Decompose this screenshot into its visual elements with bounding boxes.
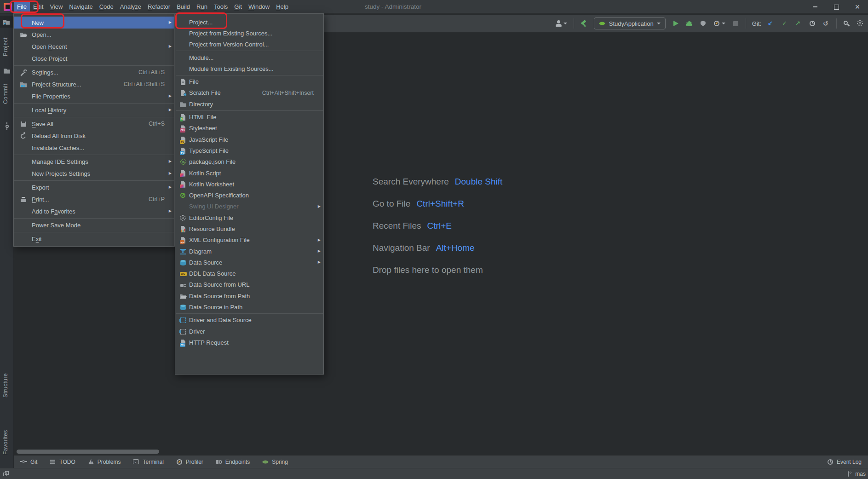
minimize-button[interactable] (805, 0, 826, 14)
settings-button[interactable] (857, 20, 864, 27)
menu-item-driver-and-data-source[interactable]: Driver and Data Source (175, 315, 323, 326)
statusbar-item-todo[interactable]: TODO (49, 458, 75, 466)
menu-item-javascript-file[interactable]: JavaScript File (175, 134, 323, 145)
submenu-arrow-icon: ▶ (166, 104, 172, 115)
debug-button[interactable] (685, 20, 693, 27)
statusbar-item-git[interactable]: Git (20, 458, 37, 466)
menu-item-local-history[interactable]: Local History▶ (14, 104, 174, 116)
menu-view[interactable]: View (46, 1, 66, 12)
menu-item-power-save-mode[interactable]: Power Save Mode (14, 219, 174, 231)
statusbar-item-endpoints[interactable]: Endpoints (215, 458, 250, 466)
menu-item-open[interactable]: Open... (14, 29, 174, 40)
close-button[interactable] (847, 0, 868, 14)
menu-file[interactable]: File (14, 1, 30, 12)
maximize-button[interactable] (826, 0, 847, 14)
menu-item-resource-bundle[interactable]: Resource Bundle (175, 223, 323, 234)
menu-item-scratch-file[interactable]: Scratch FileCtrl+Alt+Shift+Insert (175, 87, 323, 98)
menu-item-open-recent[interactable]: Open Recent▶ (14, 40, 174, 52)
build-button[interactable] (580, 20, 588, 27)
menu-item-settings[interactable]: Settings...Ctrl+Alt+S (14, 66, 174, 78)
shortcut-label: Ctrl+Alt+S (130, 69, 165, 75)
menu-item-xml-configuration-file[interactable]: XML Configuration File▶ (175, 235, 323, 246)
sb-eventlog-icon (827, 458, 834, 466)
menu-item-editorconfig-file[interactable]: EditorConfig File (175, 212, 323, 223)
commit-changes-button[interactable] (781, 20, 789, 27)
menu-refactor[interactable]: Refactor (144, 1, 173, 12)
horizontal-scrollbar-thumb[interactable] (17, 450, 159, 454)
folder-icon[interactable] (3, 67, 11, 75)
menu-item-driver[interactable]: Driver (175, 326, 323, 337)
menu-run[interactable]: Run (193, 1, 211, 12)
commit-tool-icon[interactable] (3, 122, 11, 130)
menu-item-invalidate-caches[interactable]: Invalidate Caches... (14, 142, 174, 154)
menu-item-save-all[interactable]: Save AllCtrl+S (14, 118, 174, 130)
restore-tool-windows-icon[interactable] (2, 470, 10, 478)
menu-item-package-json-file[interactable]: package.json File (175, 156, 323, 167)
statusbar-item-profiler[interactable]: Profiler (176, 458, 203, 466)
menu-edit[interactable]: Edit (30, 1, 46, 12)
menu-item-data-source-from-url[interactable]: Data Source from URL (175, 279, 323, 290)
sidebar-item-structure[interactable]: Structure (2, 357, 9, 398)
statusbar-item-problems[interactable]: Problems (87, 458, 121, 466)
menu-item-kotlin-worksheet[interactable]: Kotlin Worksheet (175, 179, 323, 190)
menu-item-new-projects-settings[interactable]: New Projects Settings▶ (14, 167, 174, 179)
hint-label: Recent Files (373, 221, 421, 231)
menu-item-ddl-data-source[interactable]: DDL Data Source (175, 268, 323, 279)
sidebar-item-favorites[interactable]: Favorites (2, 415, 9, 455)
menu-item-module-from-existing-sources[interactable]: Module from Existing Sources... (175, 63, 323, 74)
statusbar-item-spring[interactable]: Spring (262, 458, 288, 466)
menu-item-openapi-specification[interactable]: OpenAPI Specification (175, 190, 323, 201)
menu-item-manage-ide-settings[interactable]: Manage IDE Settings▶ (14, 156, 174, 167)
menu-item-data-source[interactable]: Data Source▶ (175, 257, 323, 268)
run-with-coverage-button[interactable] (699, 20, 707, 27)
statusbar-item-terminal[interactable]: Terminal (132, 458, 163, 466)
menu-item-project[interactable]: Project... (175, 17, 323, 28)
menu-code[interactable]: Code (96, 1, 117, 12)
update-project-button[interactable] (767, 20, 775, 27)
menu-item-html-file[interactable]: HTML File (175, 111, 323, 122)
run-configuration-combo[interactable]: StudyApplication (594, 17, 666, 29)
show-history-button[interactable] (809, 20, 816, 27)
menu-item-new[interactable]: New▶ (14, 17, 174, 29)
sidebar-item-commit[interactable]: Commit (2, 81, 9, 104)
stop-button[interactable] (732, 20, 740, 27)
menu-item-typescript-file[interactable]: TypeScript File (175, 145, 323, 156)
menu-item-module[interactable]: Module... (175, 52, 323, 63)
project-tool-icon[interactable] (3, 18, 11, 26)
menu-item-reload-all-from-disk[interactable]: Reload All from Disk (14, 130, 174, 142)
user-dropdown-button[interactable] (555, 20, 568, 27)
menu-item-export[interactable]: Export▶ (14, 181, 174, 193)
menu-item-stylesheet[interactable]: Stylesheet (175, 123, 323, 134)
menu-item-project-structure[interactable]: Project Structure...Ctrl+Alt+Shift+S (14, 78, 174, 90)
menu-item-close-project[interactable]: Close Project (14, 52, 174, 64)
menu-item-file-properties[interactable]: File Properties▶ (14, 90, 174, 102)
rollback-button[interactable] (822, 20, 830, 27)
menu-item-swing-ui-designer[interactable]: Swing UI Designer▶ (175, 201, 323, 212)
menu-item-project-from-version-control[interactable]: Project from Version Control... (175, 39, 323, 50)
git-branch-widget[interactable]: mas (846, 470, 866, 478)
menu-item-diagram[interactable]: Diagram▶ (175, 246, 323, 257)
statusbar-item-event-log[interactable]: Event Log (827, 458, 862, 466)
menu-item-add-to-favorites[interactable]: Add to Favorites▶ (14, 205, 174, 217)
menu-item-print[interactable]: Print...Ctrl+P (14, 193, 174, 205)
menu-item-project-from-existing-sources[interactable]: Project from Existing Sources... (175, 28, 323, 39)
run-button[interactable] (672, 20, 679, 27)
menu-analyze[interactable]: Analyze (117, 1, 144, 12)
menu-item-data-source-from-path[interactable]: Data Source from Path (175, 290, 323, 301)
menu-git[interactable]: Git (231, 1, 245, 12)
search-everywhere-button[interactable] (843, 20, 851, 27)
menu-window[interactable]: Window (245, 1, 273, 12)
sidebar-item-project[interactable]: Project (2, 29, 9, 56)
menu-item-file[interactable]: File (175, 76, 323, 87)
menu-item-exit[interactable]: Exit (14, 233, 174, 245)
push-commits-button[interactable] (795, 20, 803, 27)
menu-item-directory[interactable]: Directory (175, 98, 323, 110)
menu-navigate[interactable]: Navigate (66, 1, 96, 12)
menu-tools[interactable]: Tools (211, 1, 231, 12)
profiler-button[interactable] (713, 20, 726, 27)
menu-item-data-source-in-path[interactable]: Data Source in Path (175, 301, 323, 312)
menu-item-http-request[interactable]: HTTP Request (175, 337, 323, 348)
menu-build[interactable]: Build (173, 1, 193, 12)
menu-help[interactable]: Help (273, 1, 292, 12)
menu-item-kotlin-script[interactable]: Kotlin Script (175, 167, 323, 179)
